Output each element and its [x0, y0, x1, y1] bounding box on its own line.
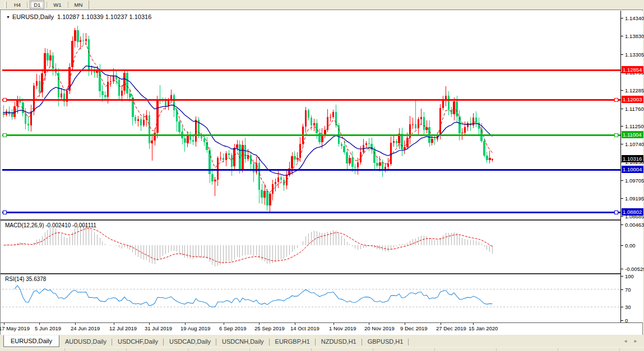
status-strip-mark: [558, 348, 558, 351]
price-line-badge-1.11004: 1.11004: [622, 131, 643, 138]
price-tick-label: 1.12285: [625, 87, 644, 93]
tab-usdcnh-daily[interactable]: USDCNH,Daily: [216, 336, 270, 347]
chart-symbol-label: EURUSD,Daily: [12, 13, 54, 20]
toolbar-group-separator: [89, 1, 89, 9]
time-axis-label: 20 Nov 2019: [364, 325, 395, 331]
hline-handle[interactable]: [3, 98, 6, 101]
time-axis-tick: [333, 323, 334, 325]
time-axis-label: 6 Sep 2019: [219, 325, 247, 331]
hline-handle[interactable]: [614, 210, 618, 214]
price-axis-tick: [621, 198, 623, 199]
macd-panel-canvas[interactable]: [2, 221, 620, 273]
macd-histogram: [4, 224, 493, 266]
hline-handle[interactable]: [3, 210, 6, 214]
price-tick-label: 1.10740: [625, 141, 644, 147]
hline-handle[interactable]: [3, 133, 6, 137]
price-axis-tick: [621, 90, 623, 91]
price-tick-label: 1.13830: [625, 33, 644, 39]
rsi-axis-tick: [621, 276, 623, 277]
rsi-tick-label: 30: [625, 304, 631, 310]
time-axis-tick: [4, 323, 4, 325]
time-axis-tick: [39, 323, 40, 325]
macd-axis-tick: [621, 269, 623, 269]
status-strip-mark: [373, 348, 373, 351]
price-axis-tick: [621, 36, 623, 36]
status-strip: [0, 347, 644, 351]
main-chart-canvas[interactable]: [2, 11, 620, 219]
time-axis-tick: [473, 323, 474, 325]
rsi-axis-tick: [621, 320, 623, 321]
price-line-badge-1.10004: 1.10004: [622, 166, 643, 173]
rsi-line: [15, 286, 493, 307]
rsi-tick-label: 70: [625, 287, 631, 293]
timeframe-button-w1[interactable]: W1: [49, 1, 65, 9]
toolbar-separator: [27, 2, 27, 8]
macd-axis-tick: [621, 224, 623, 225]
rsi-tick-label: 0: [625, 317, 628, 324]
time-axis[interactable]: 17 May 20195 Jun 201924 Jun 201912 Jul 2…: [1, 323, 642, 335]
time-axis-label: 17 May 2019: [0, 325, 30, 331]
time-axis-label: 12 Jul 2019: [109, 325, 137, 331]
price-line-badge-1.12854: 1.12854: [622, 66, 643, 73]
tab-scroll-left-icon[interactable]: ◄: [620, 339, 631, 344]
time-axis-label: 31 Jul 2019: [145, 325, 172, 331]
tab-usdcad-daily[interactable]: USDCAD,Daily: [164, 336, 216, 347]
price-axis-tick: [621, 216, 623, 217]
time-axis-tick: [149, 323, 150, 325]
toolbar-separator: [47, 2, 47, 8]
hline-1.08802[interactable]: [2, 210, 620, 214]
price-tick-label: 1.13305: [625, 52, 644, 58]
hline-1.12003[interactable]: [2, 98, 620, 101]
tab-audusd-daily[interactable]: AUDUSD,Daily: [59, 336, 112, 347]
chart-window: ▼EURUSD,Daily 1.10287 1.10339 1.10237 1.…: [0, 10, 643, 335]
time-axis-label: 9 Dec 2019: [400, 325, 428, 331]
chart-ohlc-values: 1.10287 1.10339 1.10237 1.10316: [57, 13, 151, 20]
chart-title: ▼EURUSD,Daily 1.10287 1.10339 1.10237 1.…: [6, 13, 151, 20]
rsi-panel-canvas[interactable]: [2, 274, 620, 322]
toolbar-grip[interactable]: [4, 2, 7, 8]
tab-eurgbp-h1[interactable]: EURGBP,H1: [270, 336, 316, 347]
rsi-indicator-label: RSI(14) 35.6378: [5, 276, 46, 282]
time-axis-tick: [295, 323, 295, 325]
time-axis-tick: [114, 323, 114, 325]
time-axis-label: 24 Jun 2019: [71, 325, 100, 331]
macd-tick-label: -0.00529: [625, 266, 644, 272]
application-window: H4 D1 W1 MN ▼EURUSD,Daily 1.10287 1.1033…: [0, 0, 644, 351]
status-strip-mark: [619, 348, 620, 351]
tab-nzdusd-h1[interactable]: NZDUSD,H1: [316, 336, 362, 347]
timeframe-button-d1[interactable]: D1: [30, 1, 44, 9]
rsi-value: 35.6378: [26, 276, 46, 282]
status-strip-mark: [434, 348, 435, 351]
price-axis[interactable]: 1.143401.138301.133051.127951.122851.117…: [620, 11, 643, 322]
status-strip-mark: [64, 348, 65, 351]
symbol-dropdown-icon: ▼: [6, 15, 10, 19]
hline-handle[interactable]: [614, 133, 618, 137]
status-strip-mark: [249, 348, 250, 351]
price-axis-tick: [621, 54, 623, 55]
timeframe-toolbar: H4 D1 W1 MN: [0, 0, 644, 10]
time-axis-tick: [224, 323, 224, 325]
timeframe-button-h4[interactable]: H4: [10, 1, 25, 9]
price-axis-tick: [621, 180, 623, 181]
tab-usdchf-daily[interactable]: USDCHF,Daily: [112, 336, 164, 347]
status-strip-mark: [188, 348, 188, 351]
price-tick-label: 1.11250: [625, 123, 644, 129]
time-axis-label: 27 Dec 2019: [436, 325, 466, 331]
current-price-badge: 1.10316: [622, 155, 643, 162]
macd-tick-label: 0.00: [625, 242, 636, 249]
time-axis-label: 25 Sep 2019: [254, 325, 285, 331]
price-line-badge-1.08802: 1.08802: [622, 208, 643, 216]
rsi-axis-tick: [621, 307, 623, 307]
hline-1.11004[interactable]: [2, 133, 620, 137]
tab-scroll-right-icon[interactable]: ►: [631, 339, 641, 344]
time-axis-label: 5 Jun 2019: [35, 325, 61, 331]
tab-eurusd-daily[interactable]: EURUSD,Daily: [3, 335, 59, 347]
price-tick-label: 1.11760: [625, 106, 644, 112]
timeframe-button-mn[interactable]: MN: [71, 1, 87, 9]
time-axis-label: 14 Oct 2019: [290, 325, 319, 331]
macd-tick-label: 0.00463: [625, 222, 644, 228]
price-axis-tick: [621, 109, 623, 109]
hline-handle[interactable]: [614, 98, 618, 101]
toolbar-separator: [68, 2, 68, 8]
tab-gbpusd-h1[interactable]: GBPUSD,H1: [362, 336, 409, 347]
